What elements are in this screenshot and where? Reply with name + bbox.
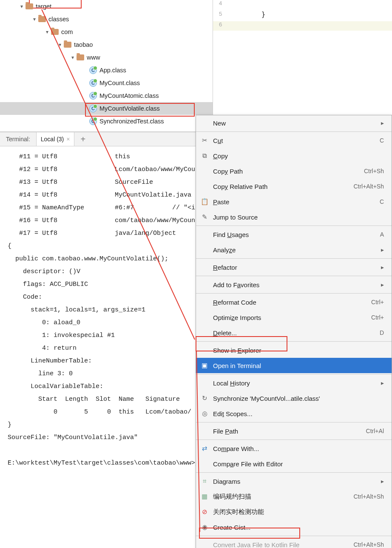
- menu-edit-scopes[interactable]: ◎Edit Scopes...: [196, 406, 392, 421]
- chevron-down-icon: ▾: [56, 42, 64, 48]
- scissors-icon: ✂: [200, 137, 209, 144]
- highlight-open-terminal: [196, 336, 287, 351]
- menu-refactor[interactable]: Refactor▸: [196, 260, 392, 275]
- class-icon: C: [89, 92, 97, 100]
- tree-folder-taobao[interactable]: ▾ taobao: [0, 38, 213, 51]
- chevron-down-icon: ▾: [69, 54, 77, 60]
- menu-copy-relative-path[interactable]: Copy Relative PathCtrl+Alt+Sh: [196, 179, 392, 194]
- editor-brace: }: [261, 11, 265, 18]
- menu-coding-scan[interactable]: ▦编码规约扫描Ctrl+Alt+Sh: [196, 489, 392, 504]
- menu-new[interactable]: New▸: [196, 115, 392, 131]
- copy-icon: ⧉: [200, 152, 209, 160]
- menu-open-in-terminal[interactable]: ▣Open in Terminal: [196, 358, 392, 373]
- gutter-line: 4: [219, 0, 222, 6]
- class-icon: C: [89, 66, 97, 74]
- tree-class-synchronizedtest[interactable]: C SynchronizedTest.class: [0, 115, 213, 128]
- menu-find-usages[interactable]: Find UsagesA: [196, 227, 392, 242]
- paste-icon: 📋: [200, 198, 209, 206]
- menu-compare-with[interactable]: ⇄Compare With...: [196, 441, 392, 456]
- highlight-target: [29, 0, 82, 9]
- tree-label: www: [87, 54, 100, 61]
- tab-label: Local (3): [41, 136, 64, 143]
- terminal-tab-local[interactable]: Local (3) ×: [37, 132, 75, 146]
- scope-icon: ◎: [200, 410, 209, 417]
- folder-icon: [38, 16, 46, 22]
- folder-icon: [26, 3, 33, 9]
- menu-jump-to-source[interactable]: ✎Jump to Source: [196, 209, 392, 225]
- scan-icon: ▦: [200, 493, 209, 500]
- menu-local-history[interactable]: Local History▸: [196, 375, 392, 391]
- tree-class-app[interactable]: C App.class: [0, 64, 213, 77]
- tree-folder-com[interactable]: ▾ com: [0, 26, 213, 38]
- highlight-selected-file: [85, 103, 195, 117]
- tree-class-mycountatomic[interactable]: C MyCountAtomic.class: [0, 89, 213, 102]
- gutter-line: 5: [219, 11, 222, 17]
- menu-diagrams[interactable]: ⌗Diagrams▸: [196, 474, 392, 489]
- compare-icon: ⇄: [200, 445, 209, 452]
- menu-paste[interactable]: 📋PasteC: [196, 194, 392, 209]
- tree-label: com: [61, 29, 73, 35]
- cancel-icon: ⊘: [200, 508, 209, 516]
- chevron-down-icon: ▾: [31, 16, 38, 22]
- highlight-command: [199, 528, 300, 539]
- menu-copy-path[interactable]: Copy PathCtrl+Sh: [196, 163, 392, 179]
- menu-cut[interactable]: ✂CutC: [196, 133, 392, 148]
- tree-label: MyCountAtomic.class: [99, 92, 159, 99]
- folder-icon: [77, 54, 84, 60]
- gutter-line: 6: [219, 21, 222, 28]
- folder-icon: [64, 42, 71, 48]
- chevron-down-icon: ▾: [43, 29, 51, 35]
- editor-pane[interactable]: 4 5 6 }: [213, 0, 392, 131]
- tree-folder-classes[interactable]: ▾ classes: [0, 13, 213, 26]
- add-tab-button[interactable]: +: [74, 134, 91, 144]
- terminal-label: Terminal:: [0, 132, 37, 146]
- tree-folder-www[interactable]: ▾ www: [0, 51, 213, 64]
- folder-icon: [51, 29, 59, 35]
- diagram-icon: ⌗: [200, 477, 209, 485]
- tree-label: taobao: [74, 41, 93, 48]
- menu-optimize-imports[interactable]: Optimize ImportsCtrl+: [196, 310, 392, 325]
- menu-reformat-code[interactable]: Reformat CodeCtrl+: [196, 294, 392, 310]
- sync-icon: ↻: [200, 394, 209, 402]
- menu-disable-realtime[interactable]: ⊘关闭实时检测功能: [196, 504, 392, 519]
- context-menu[interactable]: New▸ ✂CutC ⧉Copy Copy PathCtrl+Sh Copy R…: [196, 115, 392, 548]
- tree-label: App.class: [99, 67, 126, 74]
- class-icon: C: [89, 117, 97, 125]
- menu-analyze[interactable]: Analyze▸: [196, 242, 392, 257]
- tree-label: classes: [48, 16, 69, 23]
- menu-file-path[interactable]: File PathCtrl+Al: [196, 423, 392, 439]
- class-icon: C: [89, 79, 97, 87]
- tree-label: SynchronizedTest.class: [99, 118, 164, 125]
- menu-compare-editor[interactable]: Compare File with Editor: [196, 456, 392, 471]
- menu-synchronize[interactable]: ↻Synchronize 'MyCountVol...atile.class': [196, 391, 392, 406]
- pencil-icon: ✎: [200, 213, 209, 221]
- tree-class-mycount[interactable]: C MyCount.class: [0, 77, 213, 89]
- close-icon[interactable]: ×: [66, 136, 70, 143]
- terminal-icon: ▣: [200, 362, 209, 369]
- chevron-down-icon: ▾: [18, 3, 26, 9]
- project-tree[interactable]: ▾ target ▾ classes ▾ com ▾ taobao ▾ www …: [0, 0, 213, 131]
- tree-label: MyCount.class: [99, 80, 140, 86]
- menu-add-favorites[interactable]: Add to Favorites▸: [196, 277, 392, 292]
- menu-copy[interactable]: ⧉Copy: [196, 148, 392, 163]
